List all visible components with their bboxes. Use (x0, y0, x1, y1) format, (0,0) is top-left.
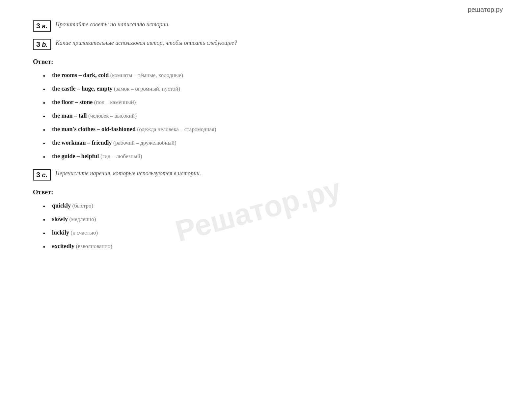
task-3c-label: 3 c. (33, 169, 51, 181)
task-3b-label: 3 b. (33, 39, 51, 50)
list-item: the floor – stone (пол – каменный) (43, 98, 362, 107)
list-item: slowly (медленно) (43, 215, 362, 224)
site-name: решатор.ру (468, 6, 503, 14)
adv-ru-2b: (медленно) (69, 216, 96, 222)
adv-en-1: quickly (52, 202, 71, 209)
adverbs-list: quickly (быстро) slowly (медленно) lucki… (43, 201, 362, 251)
list-item: the rooms – dark, cold (комнаты – тёмные… (43, 71, 362, 80)
adv-ru-4b: (взволнованно) (76, 243, 112, 249)
adj-ru-3b: (пол – каменный) (94, 99, 136, 105)
adj-ru-6b: (рабочий – дружелюбный) (113, 140, 177, 146)
task-3c-letter: c. (42, 171, 47, 179)
task-3a-label: 3 a. (33, 20, 51, 32)
adj-en-1: the rooms – dark, cold (52, 72, 109, 78)
answer-heading-1: Ответ: (33, 58, 362, 66)
task-3a-block: 3 a. Прочитайте советы по написанию исто… (33, 20, 362, 32)
main-content: 3 a. Прочитайте советы по написанию исто… (0, 0, 395, 278)
list-item: the man's clothes – old-fashioned (одежд… (43, 125, 362, 134)
task-3c-num: 3 (36, 171, 40, 179)
adv-en-4: excitedly (52, 243, 74, 249)
adv-en-3: luckily (52, 229, 69, 236)
task-3a-text: Прочитайте советы по написанию истории. (55, 20, 170, 28)
adj-en-2: the castle – huge, empty (52, 85, 112, 92)
adj-en-6: the workman – friendly (52, 139, 112, 146)
adj-ru-2b: (замок – огромный, пустой) (114, 86, 180, 92)
answer-heading-2: Ответ: (33, 188, 362, 196)
list-item: the man – tall (человек – высокий) (43, 111, 362, 120)
adv-ru-1b: (быстро) (72, 203, 94, 209)
adj-en-7: the guide – helpful (52, 153, 99, 159)
adj-ru-7b: (гид – любезный) (100, 153, 142, 159)
list-item: excitedly (взволнованно) (43, 242, 362, 251)
task-3b-text: Какие прилагательные использовал автор, … (56, 38, 237, 46)
task-3b-block: 3 b. Какие прилагательные использовал ав… (33, 38, 362, 50)
list-item: the workman – friendly (рабочий – дружел… (43, 138, 362, 147)
adj-en-4: the man – tall (52, 112, 87, 119)
task-3c-text: Перечислите наречия, которые используютс… (55, 169, 201, 177)
adv-en-2: slowly (52, 216, 68, 222)
task-3b-num: 3 (36, 40, 40, 49)
list-item: luckily (к счастью) (43, 228, 362, 237)
adjectives-list: the rooms – dark, cold (комнаты – тёмные… (43, 71, 362, 161)
task-3a-letter: a. (42, 22, 47, 30)
adj-ru-4b: (человек – высокий) (88, 113, 137, 119)
adj-en-5: the man's clothes – old-fashioned (52, 126, 136, 132)
list-item: the guide – helpful (гид – любезный) (43, 152, 362, 161)
task-3a-num: 3 (36, 22, 40, 30)
list-item: the castle – huge, empty (замок – огромн… (43, 84, 362, 93)
adv-ru-3b: (к счастью) (71, 230, 98, 236)
adj-ru-1b: (комнаты – тёмные, холодные) (110, 72, 183, 78)
adj-en-3: the floor – stone (52, 99, 93, 105)
task-3b-letter: b. (42, 41, 48, 48)
list-item: quickly (быстро) (43, 201, 362, 210)
task-3c-block: 3 c. Перечислите наречия, которые исполь… (33, 169, 362, 181)
adj-ru-5b: (одежда человека – старомодная) (137, 126, 216, 132)
